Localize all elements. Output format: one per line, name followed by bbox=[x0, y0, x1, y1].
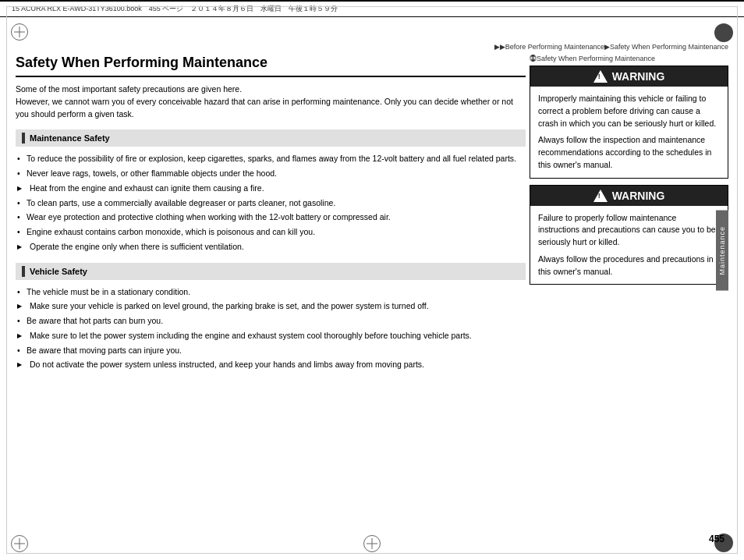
top-bar-text: 15 ACURA RLX E-AWD-31TY36100.book 455 ペー… bbox=[12, 4, 732, 14]
intro-line-2: However, we cannot warn you of every con… bbox=[16, 96, 526, 121]
maintenance-list: To reduce the possibility of fire or exp… bbox=[16, 153, 526, 253]
corner-mark-tl bbox=[11, 23, 28, 41]
main-content: Safety When Performing Maintenance Some … bbox=[16, 55, 526, 521]
intro-line-1: Some of the most important safety precau… bbox=[16, 83, 526, 96]
right-sidebar: ⓼Safety When Performing Maintenance WARN… bbox=[530, 55, 728, 521]
intro-text: Some of the most important safety precau… bbox=[16, 83, 526, 120]
page-container: 15 ACURA RLX E-AWD-31TY36100.book 455 ペー… bbox=[0, 0, 744, 560]
crosshair-tl bbox=[11, 23, 28, 41]
list-item: Heat from the engine and exhaust can ign… bbox=[16, 183, 526, 195]
corner-mark-bl bbox=[11, 535, 28, 552]
list-item: The vehicle must be in a stationary cond… bbox=[16, 286, 526, 299]
warning-text-1b: Always follow the inspection and mainten… bbox=[538, 134, 720, 171]
maintenance-side-tab: Maintenance bbox=[716, 211, 728, 291]
list-item: To reduce the possibility of fire or exp… bbox=[16, 153, 526, 165]
warning-header-2: WARNING bbox=[530, 186, 728, 206]
warning-body-1: Improperly maintaining this vehicle or f… bbox=[530, 87, 728, 178]
crosshair-inner-tl bbox=[14, 27, 25, 37]
section-bar-icon-2 bbox=[22, 266, 25, 277]
page-number: 455 bbox=[709, 533, 725, 544]
list-item: Be aware that moving parts can injure yo… bbox=[16, 345, 526, 357]
corner-mark-tr bbox=[714, 23, 733, 42]
crosshair-bl bbox=[11, 535, 28, 552]
warning-triangle-icon-1 bbox=[593, 70, 608, 83]
warning-box-2: WARNING Failure to properly follow maint… bbox=[530, 185, 728, 285]
warning-body-2: Failure to properly follow maintenance i… bbox=[530, 206, 728, 285]
list-item: Do not activate the power system unless … bbox=[16, 359, 526, 371]
list-item: Operate the engine only when there is su… bbox=[16, 241, 526, 253]
section-heading-maintenance: Maintenance Safety bbox=[30, 133, 110, 143]
top-bar: 15 ACURA RLX E-AWD-31TY36100.book 455 ペー… bbox=[0, 0, 744, 17]
filled-circle-tr bbox=[714, 23, 733, 42]
ref-text: ⓼Safety When Performing Maintenance bbox=[530, 55, 728, 62]
warning-text-1a: Improperly maintaining this vehicle or f… bbox=[538, 93, 720, 129]
page-title: Safety When Performing Maintenance bbox=[16, 55, 526, 77]
list-item: Wear eye protection and protective cloth… bbox=[16, 211, 526, 224]
crosshair-bc bbox=[363, 535, 381, 552]
crosshair-inner-bl bbox=[14, 538, 25, 549]
list-item: Engine exhaust contains carbon monoxide,… bbox=[16, 226, 526, 239]
section-bar-icon bbox=[22, 133, 25, 144]
list-item: Make sure to let the power system includ… bbox=[16, 330, 526, 342]
crosshair-inner-bc bbox=[367, 538, 377, 549]
section-header-maintenance: Maintenance Safety bbox=[16, 129, 526, 147]
warning-header-1: WARNING bbox=[530, 66, 728, 87]
warning-label-1: WARNING bbox=[612, 70, 665, 83]
list-item: Make sure your vehicle is parked on leve… bbox=[16, 300, 526, 313]
list-item: To clean parts, use a commercially avail… bbox=[16, 197, 526, 210]
warning-triangle-icon-2 bbox=[593, 190, 608, 202]
corner-mark-bc bbox=[363, 535, 381, 552]
warning-box-1: WARNING Improperly maintaining this vehi… bbox=[530, 66, 728, 179]
list-item: Be aware that hot parts can burn you. bbox=[16, 315, 526, 328]
warning-label-2: WARNING bbox=[612, 190, 665, 202]
section-heading-vehicle: Vehicle Safety bbox=[30, 267, 87, 276]
warning-text-2a: Failure to properly follow maintenance i… bbox=[538, 212, 720, 249]
warning-text-2b: Always follow the procedures and precaut… bbox=[538, 253, 720, 278]
list-item: Never leave rags, towels, or other flamm… bbox=[16, 168, 526, 180]
breadcrumb: ▶▶Before Performing Maintenance▶Safety W… bbox=[494, 43, 728, 51]
vehicle-list: The vehicle must be in a stationary cond… bbox=[16, 286, 526, 372]
section-header-vehicle: Vehicle Safety bbox=[16, 263, 526, 280]
